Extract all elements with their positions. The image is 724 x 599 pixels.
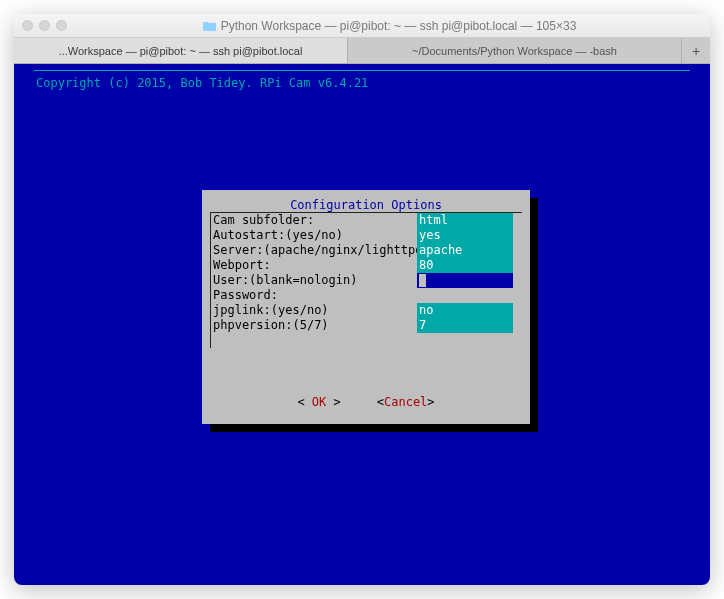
field-input[interactable]: 7: [417, 318, 513, 333]
maximize-icon[interactable]: [56, 20, 67, 31]
terminal-content: Copyright (c) 2015, Bob Tidey. RPi Cam v…: [14, 64, 710, 585]
configuration-dialog: Configuration Options Cam subfolder:html…: [202, 190, 530, 424]
ok-button[interactable]: < OK >: [297, 395, 340, 410]
dialog-title: Configuration Options: [202, 190, 530, 212]
add-tab-button[interactable]: +: [682, 38, 710, 63]
field-row: Password:: [211, 288, 522, 303]
field-row: Autostart:(yes/no)yes: [211, 228, 522, 243]
field-input[interactable]: html: [417, 213, 513, 228]
field-input[interactable]: 80: [417, 258, 513, 273]
button-row: < OK > <Cancel>: [202, 395, 530, 410]
cancel-button[interactable]: <Cancel>: [377, 395, 435, 410]
field-input[interactable]: [417, 273, 513, 288]
tab-label: ...Workspace — pi@pibot: ~ — ssh pi@pibo…: [59, 45, 303, 57]
window-title-text: Python Workspace — pi@pibot: ~ — ssh pi@…: [221, 19, 577, 33]
field-label: Webport:: [211, 258, 417, 273]
field-input[interactable]: yes: [417, 228, 513, 243]
traffic-lights: [22, 20, 67, 31]
field-label: Cam subfolder:: [211, 213, 417, 228]
field-row: phpversion:(5/7)7: [211, 318, 522, 333]
field-label: Password:: [211, 288, 417, 303]
tab-bash[interactable]: ~/Documents/Python Workspace — -bash: [348, 38, 682, 63]
horizontal-rule: [34, 70, 690, 71]
minimize-icon[interactable]: [39, 20, 50, 31]
field-label: User:(blank=nologin): [211, 273, 417, 288]
fields-frame: Cam subfolder:htmlAutostart:(yes/no)yesS…: [210, 212, 522, 348]
tab-label: ~/Documents/Python Workspace — -bash: [412, 45, 617, 57]
field-input[interactable]: [417, 288, 513, 303]
field-row: User:(blank=nologin): [211, 273, 522, 288]
folder-icon: [203, 20, 217, 31]
tab-ssh[interactable]: ...Workspace — pi@pibot: ~ — ssh pi@pibo…: [14, 38, 348, 63]
field-input[interactable]: apache: [417, 243, 513, 258]
field-row: Webport:80: [211, 258, 522, 273]
close-icon[interactable]: [22, 20, 33, 31]
field-row: Cam subfolder:html: [211, 213, 522, 228]
text-cursor: [419, 274, 426, 287]
field-label: Autostart:(yes/no): [211, 228, 417, 243]
field-row: Server:(apache/nginx/lighttpd)apache: [211, 243, 522, 258]
field-label: jpglink:(yes/no): [211, 303, 417, 318]
cancel-label: Cancel: [384, 395, 427, 409]
field-label: Server:(apache/nginx/lighttpd): [211, 243, 417, 258]
ok-label: OK: [312, 395, 326, 409]
title-bar: Python Workspace — pi@pibot: ~ — ssh pi@…: [14, 14, 710, 38]
copyright-text: Copyright (c) 2015, Bob Tidey. RPi Cam v…: [36, 76, 368, 91]
field-row: jpglink:(yes/no)no: [211, 303, 522, 318]
field-label: phpversion:(5/7): [211, 318, 417, 333]
field-input[interactable]: no: [417, 303, 513, 318]
terminal-window: Python Workspace — pi@pibot: ~ — ssh pi@…: [14, 14, 710, 585]
tab-bar: ...Workspace — pi@pibot: ~ — ssh pi@pibo…: [14, 38, 710, 64]
window-title: Python Workspace — pi@pibot: ~ — ssh pi@…: [77, 19, 702, 33]
